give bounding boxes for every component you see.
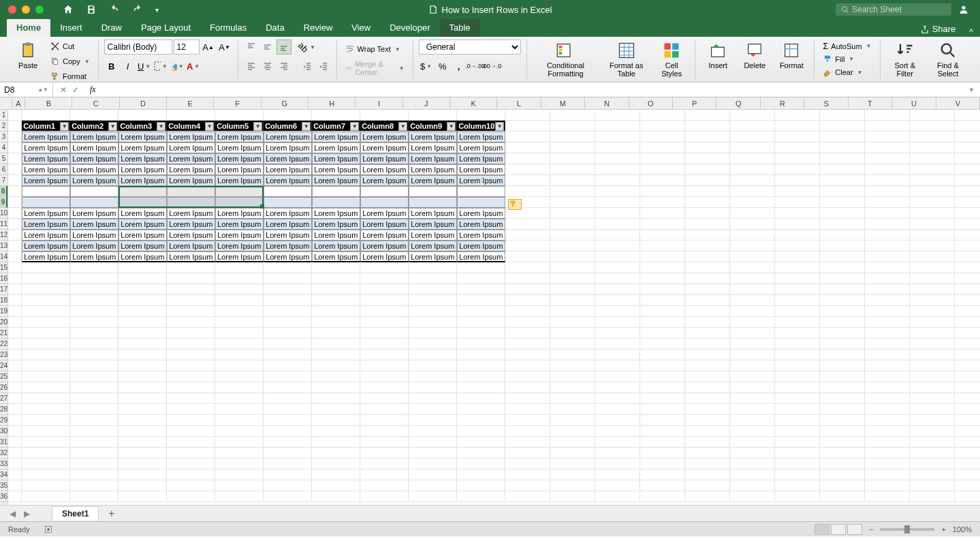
- cell[interactable]: [505, 459, 550, 469]
- cell[interactable]: [360, 350, 409, 360]
- cell[interactable]: [775, 415, 820, 426]
- cell[interactable]: Lorem Ipsum: [22, 208, 70, 219]
- cell[interactable]: [312, 284, 360, 295]
- cell[interactable]: [730, 437, 775, 448]
- cell[interactable]: [409, 393, 457, 404]
- cell[interactable]: [955, 262, 980, 273]
- number-format-select[interactable]: General: [419, 40, 521, 55]
- cell[interactable]: [22, 306, 70, 317]
- cell[interactable]: [865, 186, 910, 197]
- cell[interactable]: [360, 437, 409, 448]
- cell[interactable]: [505, 251, 550, 262]
- cell[interactable]: [505, 262, 550, 273]
- cell[interactable]: [167, 360, 215, 371]
- cell[interactable]: [820, 469, 865, 480]
- cell[interactable]: [167, 273, 215, 284]
- row-header[interactable]: 24: [0, 360, 7, 371]
- cell[interactable]: [820, 393, 865, 404]
- cell[interactable]: [312, 110, 360, 121]
- cell[interactable]: [167, 459, 215, 469]
- cell[interactable]: [550, 360, 595, 371]
- cell[interactable]: Lorem Ipsum: [360, 142, 409, 153]
- zoom-level[interactable]: 100%: [953, 525, 972, 534]
- cell[interactable]: [955, 459, 980, 469]
- cell[interactable]: [955, 382, 980, 393]
- fx-label[interactable]: fx: [86, 84, 100, 95]
- cell[interactable]: [264, 186, 312, 197]
- cell[interactable]: [865, 469, 910, 480]
- cell[interactable]: Column3▼: [118, 121, 167, 132]
- cell[interactable]: [550, 241, 595, 251]
- cell[interactable]: Lorem Ipsum: [457, 153, 505, 164]
- cell[interactable]: Lorem Ipsum: [167, 219, 215, 230]
- cell[interactable]: [457, 437, 505, 448]
- cell[interactable]: [550, 230, 595, 241]
- cell[interactable]: [312, 469, 360, 480]
- cell[interactable]: [22, 448, 70, 459]
- cell[interactable]: [685, 382, 730, 393]
- cell[interactable]: [685, 339, 730, 350]
- cell[interactable]: [730, 142, 775, 153]
- cell[interactable]: [730, 371, 775, 382]
- name-box[interactable]: D8 ▲▼: [0, 82, 53, 97]
- percent-button[interactable]: %: [435, 59, 450, 74]
- cell[interactable]: [457, 382, 505, 393]
- cell[interactable]: [640, 317, 685, 328]
- cell[interactable]: [8, 393, 22, 404]
- cell[interactable]: Lorem Ipsum: [409, 219, 457, 230]
- cell[interactable]: [685, 142, 730, 153]
- cell[interactable]: [730, 480, 775, 491]
- cell[interactable]: [215, 371, 264, 382]
- cell[interactable]: Column7▼: [312, 121, 360, 132]
- row-header[interactable]: 19: [0, 306, 7, 317]
- cell[interactable]: [550, 328, 595, 339]
- cell[interactable]: [550, 480, 595, 491]
- cell[interactable]: [685, 262, 730, 273]
- cell[interactable]: [775, 186, 820, 197]
- cell[interactable]: [730, 197, 775, 208]
- cell[interactable]: [910, 371, 955, 382]
- row-header[interactable]: 22: [0, 339, 7, 350]
- increase-indent-button[interactable]: [316, 59, 331, 74]
- cell[interactable]: [215, 306, 264, 317]
- sort-filter-button[interactable]: Sort & Filter: [886, 40, 924, 79]
- cell[interactable]: [640, 469, 685, 480]
- cell[interactable]: Lorem Ipsum: [70, 230, 118, 241]
- cell[interactable]: [640, 437, 685, 448]
- cell[interactable]: Lorem Ipsum: [409, 164, 457, 175]
- cell[interactable]: Lorem Ipsum: [118, 175, 167, 186]
- cell[interactable]: [820, 459, 865, 469]
- cell[interactable]: [409, 317, 457, 328]
- cell[interactable]: [730, 208, 775, 219]
- cell[interactable]: Lorem Ipsum: [167, 142, 215, 153]
- cell[interactable]: [640, 480, 685, 491]
- cell[interactable]: [640, 404, 685, 415]
- cell[interactable]: Lorem Ipsum: [360, 132, 409, 142]
- cell[interactable]: [910, 241, 955, 251]
- cell[interactable]: [865, 382, 910, 393]
- cell[interactable]: [865, 142, 910, 153]
- cell[interactable]: [640, 175, 685, 186]
- cell[interactable]: Lorem Ipsum: [70, 251, 118, 262]
- cell[interactable]: [595, 371, 640, 382]
- cell[interactable]: [457, 284, 505, 295]
- cell[interactable]: Lorem Ipsum: [409, 241, 457, 251]
- tab-review[interactable]: Review: [294, 18, 343, 37]
- cell[interactable]: [264, 459, 312, 469]
- cell[interactable]: [910, 295, 955, 306]
- cell[interactable]: [640, 459, 685, 469]
- cell[interactable]: [550, 415, 595, 426]
- tab-data[interactable]: Data: [256, 18, 294, 37]
- cell[interactable]: [775, 110, 820, 121]
- cell[interactable]: [820, 110, 865, 121]
- cell[interactable]: [167, 328, 215, 339]
- cell[interactable]: [8, 273, 22, 284]
- clear-button[interactable]: Clear▼: [820, 66, 874, 79]
- cell[interactable]: [409, 350, 457, 360]
- cell[interactable]: [775, 328, 820, 339]
- normal-view-button[interactable]: [815, 524, 829, 535]
- cell[interactable]: [640, 262, 685, 273]
- cell[interactable]: [70, 371, 118, 382]
- row-header[interactable]: 10: [0, 208, 7, 219]
- cell[interactable]: [264, 404, 312, 415]
